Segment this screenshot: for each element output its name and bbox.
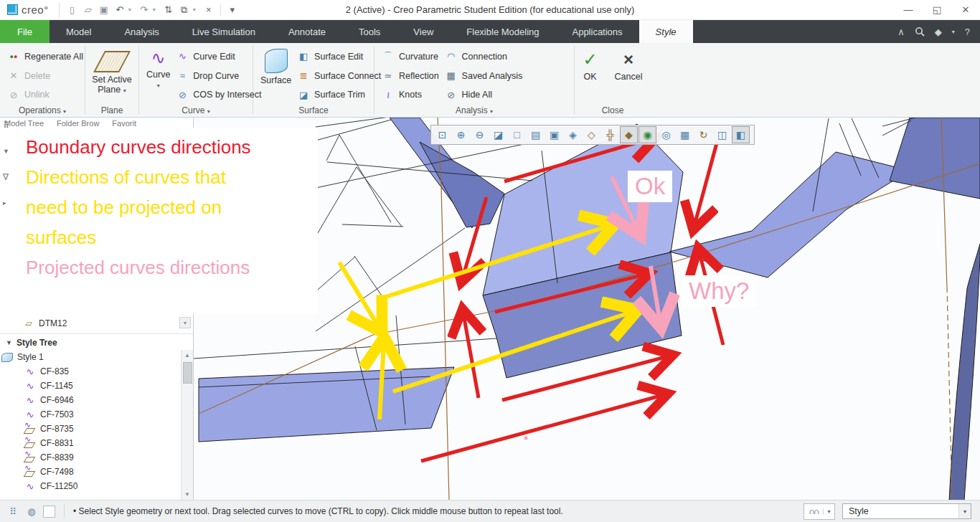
undo-icon[interactable]: ↶ [113, 3, 127, 17]
tab-analysis[interactable]: Analysis [108, 20, 175, 43]
curve-button[interactable]: ∿ Curve ▾ [146, 47, 170, 104]
style-tree-header[interactable]: ▼ Style Tree [0, 336, 193, 350]
style-tree-scrollbar[interactable]: ▲ ▼ [181, 350, 193, 500]
refit-icon[interactable]: ◪ [489, 126, 507, 143]
cancel-button[interactable]: × Cancel [609, 47, 649, 104]
display-style-icon[interactable]: ◈ [564, 126, 582, 143]
plane-display-icon[interactable]: ◇ [583, 126, 600, 143]
tree-item-cf835[interactable]: ∿ CF-835 [0, 364, 193, 379]
browser-globe-icon[interactable]: ◍ [24, 504, 39, 518]
ok-button[interactable]: ✓ OK [577, 47, 603, 104]
selected-visibility-icon[interactable]: ◆ [620, 126, 638, 143]
windows-icon[interactable]: ⧉ [177, 3, 192, 17]
legend-line-project-3: surfaces [26, 222, 318, 252]
save-icon[interactable]: ▣ [97, 3, 111, 17]
tree-filter-icon[interactable]: ∇ [3, 172, 22, 182]
redo-caret-icon[interactable]: ▾ [153, 6, 160, 13]
regenerate-all-button[interactable]: ●● Regenerate All [7, 47, 83, 66]
reflection-button[interactable]: ≃ Reflection [382, 67, 439, 85]
tab-tools[interactable]: Tools [342, 20, 397, 43]
tab-style[interactable]: Style [639, 20, 693, 43]
axis-display-icon[interactable]: ╬ [601, 126, 619, 143]
mirror-display-icon[interactable]: ◧ [732, 126, 750, 143]
redo-icon[interactable]: ↷ [137, 3, 151, 17]
hide-all-button[interactable]: ⊘ Hide All [445, 85, 523, 104]
operations-group-label[interactable]: Operations ▾ [0, 105, 85, 115]
restore-icon[interactable]: ◱ [923, 1, 951, 19]
tree-columns-icon[interactable]: ⠿ [3, 120, 22, 130]
curvature-button[interactable]: ⌒ Curvature [382, 47, 439, 66]
saved-views-icon[interactable]: □ [508, 126, 526, 143]
filter-combobox[interactable]: Style ▾ [842, 503, 971, 519]
cos-by-intersect-button[interactable]: ⊘ COS by Intersect [176, 85, 261, 104]
tree-item-cf1145[interactable]: ∿ CF-1145 [0, 379, 193, 393]
search-tool-caret-icon[interactable]: ▾ [823, 508, 834, 515]
blank-panel-icon[interactable] [43, 506, 55, 518]
connection-button[interactable]: ◠ Connection [445, 47, 523, 66]
tab-annotate[interactable]: Annotate [272, 20, 342, 43]
unlink-button[interactable]: ⊘ Unlink [7, 85, 83, 104]
student-caret-icon[interactable]: ▾ [952, 29, 955, 35]
curve-display-icon[interactable]: ◎ [657, 126, 675, 143]
split-view-icon[interactable]: ◫ [713, 126, 731, 143]
tree-toggle-icon[interactable]: ⠿ [6, 504, 20, 518]
reorient-icon[interactable]: ↻ [694, 126, 712, 143]
close-window-icon[interactable]: × [202, 3, 216, 17]
open-file-icon[interactable]: ▱ [81, 3, 95, 17]
drop-curve-button[interactable]: ≈ Drop Curve [176, 67, 261, 85]
capture-image-icon[interactable]: ▣ [545, 126, 563, 143]
combobox-arrow-icon[interactable]: ▾ [958, 504, 971, 518]
curve-edit-button[interactable]: ∿ Curve Edit [176, 47, 261, 66]
tree-item-cf8839[interactable]: ∿ CF-8839 [0, 450, 193, 465]
windows-caret-icon[interactable]: ▾ [193, 6, 200, 13]
new-file-icon[interactable]: ▯ [65, 3, 80, 17]
tab-flexible-modeling[interactable]: Flexible Modeling [450, 20, 555, 43]
tree-item-style1[interactable]: Style 1 [0, 350, 193, 364]
tree-item-cf7503[interactable]: ∿ CF-7503 [0, 407, 193, 422]
minimize-icon[interactable]: — [894, 1, 923, 19]
surface-button[interactable]: Surface [260, 47, 291, 104]
style-tree-collapse-icon[interactable]: ▼ [6, 339, 12, 346]
saved-analysis-button[interactable]: ▦ Saved Analysis [445, 67, 523, 85]
tree-item-dtm12[interactable]: ▱ DTM12 ▾ [0, 316, 193, 331]
knots-button[interactable]: ≀ Knots [382, 85, 439, 104]
model-tree-scroll-down[interactable]: ▾ [179, 317, 191, 328]
tree-item-cf11250[interactable]: ∿ CF-11250 [0, 479, 193, 493]
zoom-in-icon[interactable]: ⊕ [452, 126, 470, 143]
scroll-down-icon[interactable]: ▼ [184, 489, 190, 500]
scroll-up-icon[interactable]: ▲ [184, 350, 190, 361]
tree-item-cf8831[interactable]: ∿ CF-8831 [0, 436, 193, 450]
customize-toolbar-icon[interactable]: ▾ [225, 3, 240, 17]
tree-expand-icon[interactable]: ▸ [3, 199, 22, 207]
student-edition-icon[interactable]: ◆ [935, 27, 942, 37]
zoom-region-icon[interactable]: ⊡ [433, 126, 451, 143]
close-icon[interactable]: ✕ [951, 1, 980, 19]
surface-connect-button[interactable]: ≣ Surface Connect [297, 67, 381, 85]
tree-collapse-icon[interactable]: ▼ [3, 148, 22, 155]
undo-caret-icon[interactable]: ▾ [128, 6, 136, 13]
analysis-group-label[interactable]: Analysis ▾ [374, 105, 574, 115]
delete-button[interactable]: ✕ Delete [7, 67, 83, 85]
view-normal-icon[interactable]: ▤ [527, 126, 545, 143]
tab-model[interactable]: Model [50, 20, 108, 43]
tree-item-cf6946[interactable]: ∿ CF-6946 [0, 393, 193, 407]
tree-item-cf7498[interactable]: ∿ CF-7498 [0, 465, 193, 479]
set-active-plane-button[interactable]: Set Active Plane ▾ [90, 47, 134, 104]
regenerate-icon[interactable]: ⇅ [161, 3, 176, 17]
tab-live-simulation[interactable]: Live Simulation [176, 20, 272, 43]
tab-view[interactable]: View [397, 20, 450, 43]
surface-trim-button[interactable]: ◪ Surface Trim [297, 85, 381, 104]
grid-display-icon[interactable]: ▦ [676, 126, 694, 143]
scroll-thumb[interactable] [183, 362, 192, 384]
tab-file[interactable]: File [0, 20, 50, 43]
curve-group-label[interactable]: Curve ▾ [139, 105, 253, 115]
spin-center-icon[interactable]: ◉ [639, 126, 656, 143]
tab-applications[interactable]: Applications [555, 20, 639, 43]
search-icon[interactable] [915, 27, 925, 37]
zoom-out-icon[interactable]: ⊖ [471, 126, 489, 143]
surface-edit-button[interactable]: ◧ Surface Edit [297, 47, 381, 66]
help-icon[interactable]: ? [965, 27, 970, 37]
collapse-ribbon-icon[interactable]: ∧ [897, 27, 905, 37]
tree-item-cf8735[interactable]: ∿ CF-8735 [0, 422, 193, 436]
search-tool-button[interactable]: ∩∩ ▾ [804, 503, 835, 520]
